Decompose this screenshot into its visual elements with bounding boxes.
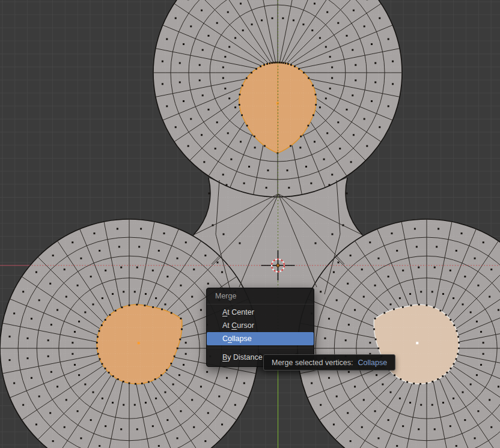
menu-separator: [207, 304, 314, 304]
blender-3d-viewport[interactable]: Merge At CenterAt CursorCollapseBy Dista…: [0, 0, 500, 448]
menu-item-collapse[interactable]: Collapse: [207, 332, 314, 345]
operator-tooltip: Merge selected vertices: Collapse: [263, 354, 395, 371]
menu-item-at-cursor[interactable]: At Cursor: [207, 319, 314, 332]
menu-title: Merge: [207, 289, 314, 303]
tooltip-value: Collapse: [358, 359, 387, 367]
menu-separator: [207, 348, 314, 348]
viewport-scene: [0, 0, 500, 448]
selection-center-face-dot: [416, 342, 418, 344]
menu-item-at-center[interactable]: At Center: [207, 306, 314, 319]
selection-center-face-dot: [138, 342, 140, 344]
tooltip-label: Merge selected vertices:: [272, 359, 353, 367]
object-origin-dot: [276, 264, 279, 267]
